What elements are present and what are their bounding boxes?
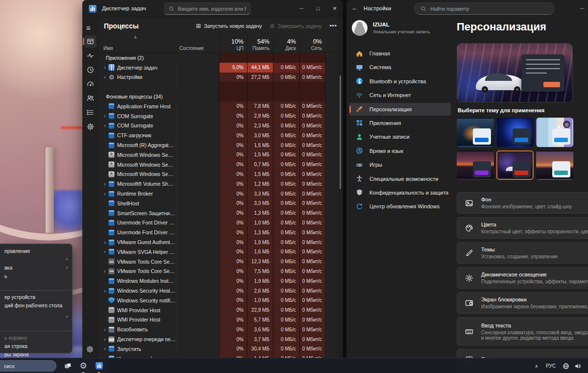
expand-chevron-icon[interactable]: [101, 181, 108, 187]
expand-chevron-icon[interactable]: [101, 191, 108, 197]
expand-chevron-icon[interactable]: [101, 337, 108, 342]
settings-search[interactable]: [414, 2, 555, 15]
context-menu-item[interactable]: [0, 312, 72, 321]
task-manager-search-input[interactable]: [178, 6, 246, 12]
process-row[interactable]: Диспетчер задач 5,0% 44,1 МБ 0 МБ/с 0 Мб…: [98, 63, 343, 73]
process-row[interactable]: Запустить 0% 30,4 МБ 0 МБ/с 0 Мбит/с: [98, 344, 343, 354]
process-row[interactable]: Приложения (2): [98, 53, 343, 63]
process-row[interactable]: SmartScreen Защитника Win... 0% 1,3 МБ 0…: [98, 208, 343, 218]
settings-search-input[interactable]: [430, 6, 548, 12]
nav-item-apps[interactable]: Приложения: [349, 117, 451, 129]
context-menu-item[interactable]: [0, 321, 72, 329]
column-header-memory[interactable]: 54% Память: [247, 34, 273, 53]
process-row[interactable]: VMware SVGA Helper Service (... 0% 1,6 М…: [98, 247, 343, 257]
settings-row-text-input[interactable]: Ввод текста Сенсорная клавиатура, голосо…: [457, 317, 588, 346]
theme-card[interactable]: [536, 150, 573, 180]
theme-card[interactable]: [457, 118, 494, 147]
process-row[interactable]: Windows Security notification... 0% 1,0 …: [98, 296, 343, 305]
expand-chevron-icon[interactable]: [101, 240, 108, 245]
minimize-button[interactable]: [293, 0, 310, 17]
process-row[interactable]: Usermode Font Driver Host 0% 1,3 МБ 0 МБ…: [98, 227, 343, 237]
nav-item-gaming[interactable]: Игры: [349, 158, 451, 171]
maximize-button[interactable]: [310, 0, 326, 17]
theme-card[interactable]: [496, 118, 534, 147]
column-header-status[interactable]: Состояние: [176, 34, 219, 53]
expand-chevron-icon[interactable]: [101, 113, 108, 119]
process-row[interactable]: VMware Tools Core Service 0% 12,3 МБ 0 М…: [98, 257, 343, 267]
run-new-task-button[interactable]: ⊞ Запустить новую задачу: [196, 23, 262, 29]
account-card[interactable]: IZUAL Локальная учетная запись: [352, 20, 430, 36]
sidebar-item-startup-apps[interactable]: [84, 78, 97, 90]
context-menu-item[interactable]: [0, 280, 72, 288]
process-row[interactable]: Microsoft Windows Search Pr... 0% 0,7 МБ…: [98, 160, 343, 170]
sidebar-item-users[interactable]: [84, 92, 97, 104]
process-row[interactable]: Windows Security Health Servi... 0% 2,6 …: [98, 286, 343, 296]
expand-chevron-icon[interactable]: [101, 65, 108, 70]
process-row[interactable]: Microsoft Windows Search Filt... 0% 1,5 …: [98, 150, 343, 160]
expand-chevron-icon[interactable]: [101, 123, 108, 128]
context-menu-item[interactable]: ций фон рабочего стола: [0, 301, 72, 309]
hamburger-menu-icon[interactable]: ≡: [86, 24, 91, 32]
context-menu-item[interactable]: ь: [0, 272, 72, 280]
process-row[interactable]: COM Surrogate 0% 2,9 МБ 0 МБ/с 0 Мбит/с: [98, 111, 343, 121]
process-row[interactable]: Microsoft (R) Aggregator Host 0% 1,5 МБ …: [98, 140, 343, 150]
process-row[interactable]: WMI Provider Host 0% 22,9 МБ 0 МБ/с 0 Мб…: [98, 305, 343, 315]
sidebar-item-app-history[interactable]: [84, 64, 97, 76]
process-row[interactable]: Usermode Font Driver Host 0% 1,0 МБ 0 МБ…: [98, 218, 343, 228]
task-manager-search[interactable]: [164, 2, 250, 15]
process-row[interactable]: Диспетчер очереди печати 0% 3,7 МБ 0 МБ/…: [98, 334, 343, 344]
sidebar-item-services[interactable]: [84, 121, 97, 133]
nav-item-accounts[interactable]: Учетные записи: [349, 130, 451, 143]
process-row[interactable]: Application Frame Host 0% 7,8 МБ 0 МБ/с …: [98, 101, 343, 111]
process-row[interactable]: WMI Provider Host 0% 5,7 МБ 0 МБ/с 0 Мби…: [98, 315, 343, 325]
column-header-name[interactable]: ∧ Имя: [98, 34, 176, 53]
minimize-button[interactable]: [576, 3, 588, 14]
process-row[interactable]: Microsoft Windows Search Pr... 0% 1,5 МБ…: [98, 170, 343, 179]
process-row[interactable]: Фоновые процессы (34): [98, 92, 343, 101]
process-row[interactable]: ShellHost 0% 3,3 МБ 0 МБ/с 0 Мбит/с: [98, 199, 343, 208]
task-view-button[interactable]: [60, 358, 75, 373]
process-row[interactable]: Изоляция графов аудиоустр... 0% 1,4 МБ 0…: [98, 354, 343, 358]
process-row[interactable]: Windows Modules Installer W... 0% 1,9 МБ…: [98, 276, 343, 286]
settings-row-background[interactable]: Фон Фоновое изображение, цвет, слайд-шоу: [457, 192, 588, 214]
nav-item-bluetooth[interactable]: Bluetooth и устройства: [349, 75, 451, 88]
expand-chevron-icon[interactable]: [101, 249, 108, 254]
task-manager-settings-gear-icon[interactable]: [86, 346, 94, 353]
nav-item-home[interactable]: Главная: [349, 47, 451, 60]
process-row[interactable]: VMware Guest Authentication... 0% 1,9 МБ…: [98, 237, 343, 247]
close-button[interactable]: [326, 0, 343, 17]
context-menu-item[interactable]: ер устройств: [0, 293, 72, 301]
process-row[interactable]: Настройки 0% 27,2 МБ 0 МБ/с 0 Мбит/с: [98, 73, 343, 82]
theme-card[interactable]: [536, 118, 573, 147]
settings-row-lock-screen[interactable]: Экран блокировки Изображения экрана блок…: [457, 292, 588, 314]
theme-card[interactable]: [457, 150, 494, 180]
network-icon[interactable]: [563, 363, 569, 370]
expand-chevron-icon[interactable]: [101, 288, 108, 294]
theme-card[interactable]: [496, 150, 534, 180]
nav-item-accessibility[interactable]: Специальные возможности: [349, 173, 451, 185]
context-menu-item[interactable]: ая строка: [0, 342, 72, 350]
expand-chevron-icon[interactable]: [101, 327, 108, 332]
context-menu-item[interactable]: вка: [0, 263, 72, 272]
context-menu-item[interactable]: правления: [0, 247, 72, 255]
process-row[interactable]: CTF-загрузчик 0% 3,0 МБ 0 МБ/с 0 Мбит/с: [98, 130, 343, 140]
settings-row-themes[interactable]: Темы Установка, создание, управление: [457, 242, 588, 264]
scrollbar[interactable]: [340, 75, 341, 189]
sidebar-item-performance[interactable]: [84, 50, 97, 62]
taskbar-search[interactable]: оиск: [0, 360, 56, 372]
process-row[interactable]: COM Surrogate 0% 2,3 МБ 0 МБ/с 0 Мбит/с: [98, 121, 343, 131]
context-menu-item[interactable]: [0, 255, 72, 263]
nav-item-personalization[interactable]: Персонализация: [349, 103, 451, 116]
back-button[interactable]: [351, 4, 358, 12]
nav-item-update[interactable]: Центр обновления Windows: [349, 200, 451, 213]
context-menu-item[interactable]: ры экрана: [0, 350, 72, 358]
context-menu-item[interactable]: ь корзину: [0, 333, 72, 342]
process-row[interactable]: Возобновить 0% 3,6 МБ 0 МБ/с 0 Мбит/с: [98, 324, 343, 334]
column-header-network[interactable]: 0% Сеть: [299, 34, 325, 53]
nav-item-privacy[interactable]: Конфиденциальность и защита: [349, 186, 451, 199]
settings-row-dynamic-lighting[interactable]: Динамическое освещение Подключенные устр…: [457, 267, 588, 289]
tray-chevron-icon[interactable]: [535, 364, 538, 369]
nav-item-time[interactable]: Время и язык: [349, 145, 451, 157]
nav-item-network[interactable]: Сеть и Интернет: [349, 89, 451, 101]
language-indicator[interactable]: РУС: [546, 363, 556, 369]
